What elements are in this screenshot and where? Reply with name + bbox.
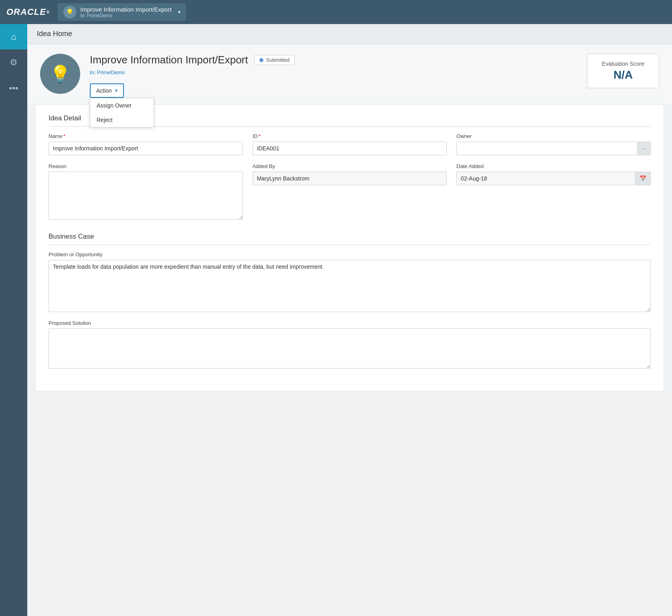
added-by-input[interactable] (253, 172, 447, 185)
added-by-label: Added By (253, 163, 447, 169)
sidebar-item-home[interactable]: ⌂ (0, 24, 27, 50)
added-by-field: Added By (253, 163, 447, 185)
status-label: Submitted (266, 57, 289, 63)
proposed-solution-field: Proposed Solution (49, 320, 651, 369)
action-chevron-icon: ▾ (115, 88, 117, 93)
id-input[interactable] (253, 142, 447, 155)
form-row-1: Name* ID* Owner (49, 133, 651, 155)
reason-field: Reason (49, 163, 243, 220)
eval-score-label: Evaluation Score (597, 61, 649, 67)
form-area: Idea Detail Name* ID* (35, 104, 664, 391)
sidebar-item-more[interactable]: ••• (0, 75, 27, 101)
id-label: ID* (253, 133, 447, 139)
business-case-title: Business Case (49, 233, 651, 245)
owner-picker-button[interactable]: ··· (637, 142, 651, 155)
action-container: Action ▾ Assign Owner Reject (90, 83, 124, 98)
proposed-solution-textarea[interactable] (49, 328, 651, 369)
home-icon: ⌂ (11, 32, 16, 42)
name-required-star: * (63, 133, 65, 139)
idea-main-title: Improve Information Import/Export (90, 54, 248, 66)
name-label: Name* (49, 133, 243, 139)
owner-input[interactable] (456, 142, 637, 155)
problem-textarea[interactable]: Template loads for data population are m… (49, 260, 651, 312)
page-header: Idea Home (27, 24, 672, 44)
reason-label: Reason (49, 163, 243, 169)
calendar-icon: 📅 (640, 175, 646, 182)
problem-field: Problem or Opportunity Template loads fo… (49, 251, 651, 312)
gear-icon: ⚙ (10, 57, 18, 68)
proposed-solution-row: Proposed Solution (49, 320, 651, 369)
app-title-area[interactable]: 💡 Improve Information Import/Export In: … (58, 3, 186, 21)
status-badge: Submitted (254, 55, 295, 65)
idea-header: 💡 Improve Information Import/Export Subm… (27, 44, 672, 104)
problem-label: Problem or Opportunity (49, 251, 651, 257)
owner-input-container: ··· (456, 142, 651, 155)
assign-owner-item[interactable]: Assign Owner (90, 98, 154, 113)
date-added-input[interactable] (456, 172, 635, 185)
idea-info: Improve Information Import/Export Submit… (90, 54, 577, 98)
business-case-section: Business Case Problem or Opportunity Tem… (49, 233, 651, 369)
ellipsis-icon: ··· (642, 145, 646, 152)
proposed-solution-label: Proposed Solution (49, 320, 651, 326)
app-icon: 💡 (63, 6, 76, 18)
idea-detail-section: Idea Detail Name* ID* (49, 114, 651, 220)
sidebar: ⌂ ⚙ ••• (0, 24, 27, 616)
calendar-button[interactable]: 📅 (635, 172, 651, 185)
action-button[interactable]: Action ▾ (90, 83, 124, 98)
reject-item[interactable]: Reject (90, 113, 154, 127)
main-layout: ⌂ ⚙ ••• Idea Home 💡 Improve Information … (0, 24, 672, 616)
more-icon: ••• (9, 83, 18, 93)
date-added-field: Date Added 📅 (456, 163, 651, 185)
app-title-sub: In: PrimeDemo (80, 13, 172, 18)
reason-textarea[interactable] (49, 172, 243, 220)
id-field: ID* (253, 133, 447, 155)
sidebar-item-settings[interactable]: ⚙ (0, 50, 27, 75)
top-header: ORACLE® 💡 Improve Information Import/Exp… (0, 0, 672, 24)
idea-title-row: Improve Information Import/Export Submit… (90, 54, 577, 66)
oracle-logo: ORACLE® (6, 7, 50, 17)
status-dot (259, 58, 263, 62)
eval-score-value: N/A (597, 69, 649, 81)
evaluation-score-card: Evaluation Score N/A (587, 54, 659, 88)
in-primedemo-link[interactable]: In: PrimeDemo (90, 69, 577, 75)
owner-label: Owner (456, 133, 651, 139)
name-field: Name* (49, 133, 243, 155)
idea-bulb-icon: 💡 (50, 64, 71, 84)
app-title-text: Improve Information Import/Export In: Pr… (80, 6, 172, 18)
bulb-icon: 💡 (66, 8, 74, 16)
date-added-label: Date Added (456, 163, 651, 169)
name-input[interactable] (49, 142, 243, 155)
problem-row: Problem or Opportunity Template loads fo… (49, 251, 651, 312)
action-button-label: Action (96, 87, 112, 94)
app-title-main: Improve Information Import/Export (80, 6, 172, 13)
date-input-container: 📅 (456, 172, 651, 185)
owner-field: Owner ··· (456, 133, 651, 155)
action-dropdown-menu: Assign Owner Reject (90, 98, 154, 128)
form-row-2: Reason Added By Date Added 📅 (49, 163, 651, 220)
content-area: Idea Home 💡 Improve Information Import/E… (27, 24, 672, 616)
page-title: Idea Home (37, 30, 72, 38)
id-required-star: * (259, 133, 261, 139)
chevron-down-icon: ▾ (178, 9, 180, 15)
idea-avatar: 💡 (40, 54, 80, 94)
